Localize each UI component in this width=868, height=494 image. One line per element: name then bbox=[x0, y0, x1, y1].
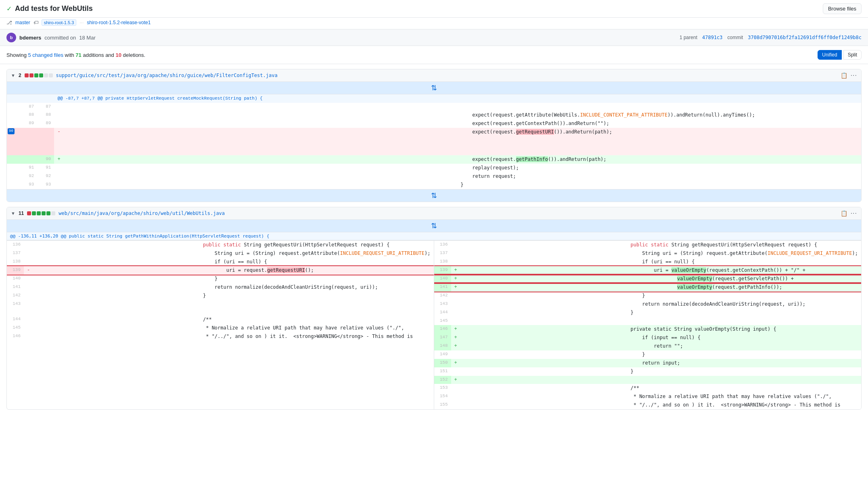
diff-block-f2-1 bbox=[27, 211, 31, 215]
table-row: 92 92 return request; bbox=[7, 172, 861, 181]
expand-row-file1[interactable]: ⇅ bbox=[7, 82, 861, 94]
table-row: 142 } bbox=[7, 292, 434, 300]
table-row: 145 * Normalize a relative URI path that… bbox=[7, 324, 434, 332]
diff-table-left: 136 public static String getRequestUri(H… bbox=[7, 241, 434, 341]
more-options-icon-file2[interactable]: ··· bbox=[851, 210, 857, 217]
table-row-highlighted-add-2: 140 + valueOrEmpty(request.getServletPat… bbox=[434, 275, 862, 283]
dot-divider: ··· bbox=[79, 20, 84, 25]
table-row: 138 if (uri == null) { bbox=[434, 258, 862, 266]
diff-block-1 bbox=[25, 73, 29, 77]
stats-text: Showing 5 changed files with 71 addition… bbox=[6, 52, 145, 58]
diff-block-2 bbox=[29, 73, 33, 77]
hunk-linenum-l bbox=[7, 94, 37, 103]
table-row: 137 String uri = (String) request.getAtt… bbox=[434, 249, 862, 258]
line-code bbox=[434, 103, 862, 111]
diff-blocks-file2 bbox=[27, 211, 55, 215]
table-row: 155 * "/../", and so on ) it it. <strong… bbox=[434, 401, 862, 409]
diff-table-file1: @@ -87,7 +87,7 @@ private HttpServletReq… bbox=[7, 94, 861, 189]
commit-hash[interactable]: 3708d7907016bf2fa12691dff6ff0def1249b8c bbox=[748, 35, 862, 40]
diff-header-right-file1: 📋 ··· bbox=[841, 72, 857, 79]
header-left: ✓ Add tests for WebUtils bbox=[6, 4, 93, 13]
tag-shiro-root[interactable]: shiro-root-1.5.3 bbox=[42, 19, 77, 26]
table-row: 89 89 expect(request.getContextPath()).a… bbox=[7, 119, 861, 128]
table-row: 145 bbox=[434, 317, 862, 325]
collapse-button-file1[interactable]: ▼ bbox=[11, 73, 15, 78]
hunk-linenum-r bbox=[37, 94, 54, 103]
expand-icon-file1: ⇅ bbox=[431, 84, 437, 92]
unified-view-button[interactable]: Unified bbox=[818, 50, 841, 60]
line-comment-badge: 90 bbox=[8, 128, 15, 135]
browse-files-button[interactable]: Browse files bbox=[823, 3, 862, 14]
diff-header-right-file2: 📋 ··· bbox=[841, 210, 857, 217]
table-row-highlighted-add-3: 141 + valueOrEmpty(request.getPathInfo()… bbox=[434, 283, 862, 292]
table-row: 137 String uri = (String) request.getAtt… bbox=[7, 249, 434, 258]
table-row: 93 93 } bbox=[7, 181, 861, 189]
diff-count-file1: 2 bbox=[19, 73, 21, 78]
changed-files-link[interactable]: 5 changed files bbox=[28, 52, 63, 58]
stats-bar: Showing 5 changed files with 71 addition… bbox=[0, 46, 868, 64]
hunk-header-file2: @@ -136,11 +136,20 @@ public static Stri… bbox=[7, 232, 861, 240]
expand-icon-file2: ⇅ bbox=[431, 222, 437, 230]
table-row: 148 + return ""; bbox=[434, 342, 862, 350]
commit-info-bar: b bdemers committed on 18 Mar 1 parent 4… bbox=[0, 29, 868, 46]
table-row: 87 87 bbox=[7, 103, 861, 111]
diff-block-f2-6 bbox=[51, 211, 55, 215]
table-row: 90 + expect(request.getPathInfo()).andRe… bbox=[7, 155, 861, 164]
expand-bottom-file1[interactable]: ⇅ bbox=[7, 189, 861, 202]
more-options-icon-file1[interactable]: ··· bbox=[851, 72, 857, 79]
expand-bottom-icon-file1: ⇅ bbox=[431, 192, 437, 200]
commit-title: Add tests for WebUtils bbox=[15, 4, 93, 13]
page-header: ✓ Add tests for WebUtils Browse files bbox=[0, 0, 868, 18]
table-row: 91 91 replay(request); bbox=[7, 164, 861, 172]
table-row: 151 } bbox=[434, 367, 862, 376]
table-row: 141 return normalize(decodeAndCleanUriSt… bbox=[7, 283, 434, 292]
check-icon: ✓ bbox=[6, 5, 12, 13]
commit-action: committed on bbox=[44, 35, 76, 41]
showing-label: Showing bbox=[6, 52, 27, 58]
branch-master[interactable]: master bbox=[15, 20, 30, 25]
table-row: 149 } bbox=[434, 350, 862, 359]
branch-release-vote[interactable]: shiro-root-1.5.2-release-vote1 bbox=[87, 20, 151, 25]
line-num-left: 87 bbox=[7, 103, 37, 111]
branch-row: ⎇ master 🏷 shiro-root-1.5.3 ··· shiro-ro… bbox=[0, 18, 868, 29]
parent-hash[interactable]: 47891c3 bbox=[702, 35, 723, 40]
diff-header-file2: ▼ 11 web/src/main/java/org/apache/shiro/… bbox=[7, 207, 861, 220]
diff-table-right: 136 public static String getRequestUri(H… bbox=[434, 241, 862, 409]
collapse-button-file2[interactable]: ▼ bbox=[11, 211, 15, 216]
table-row-highlighted-del: 139 - uri = request.getRequestURI(); bbox=[7, 266, 434, 275]
table-row: 88 88 expect(request.getAttribute(WebUti… bbox=[7, 111, 861, 119]
table-row: 142 } bbox=[434, 292, 862, 300]
table-row: 154 * Normalize a relative URI path that… bbox=[434, 392, 862, 401]
diff-filename-file1[interactable]: support/guice/src/test/java/org/apache/s… bbox=[56, 73, 278, 78]
expand-row-file2[interactable]: ⇅ bbox=[7, 220, 861, 232]
table-row: 144 /** bbox=[7, 315, 434, 324]
additions-count: 71 bbox=[75, 52, 81, 58]
hunk-header-text: @@ -87,7 +87,7 @@ private HttpServletReq… bbox=[54, 94, 861, 103]
diff-left-panel: 136 public static String getRequestUri(H… bbox=[7, 241, 434, 409]
commit-label: commit bbox=[728, 35, 743, 40]
table-row: 144 } bbox=[434, 308, 862, 317]
table-row: 150 + return input; bbox=[434, 359, 862, 367]
copy-path-icon-file1[interactable]: 📋 bbox=[841, 72, 847, 79]
diff-block-3 bbox=[34, 73, 38, 77]
committer-name[interactable]: bdemers bbox=[19, 35, 41, 41]
diff-section-file1: ▼ 2 support/guice/src/test/java/org/apac… bbox=[6, 69, 862, 202]
table-row: 146 + private static String valueOrEmpty… bbox=[434, 325, 862, 334]
deletions-count: 10 bbox=[115, 52, 121, 58]
hunk-header-file1: @@ -87,7 +87,7 @@ private HttpServletReq… bbox=[7, 94, 861, 103]
diff-section-file2: ▼ 11 web/src/main/java/org/apache/shiro/… bbox=[6, 207, 862, 410]
view-toggle: Unified Split bbox=[818, 50, 862, 60]
diff-filename-file2[interactable]: web/src/main/java/org/apache/shiro/web/u… bbox=[59, 211, 225, 216]
table-row: 138 if (uri == null) { bbox=[7, 258, 434, 266]
table-row: 147 + if (input == null) { bbox=[434, 334, 862, 342]
copy-path-icon-file2[interactable]: 📋 bbox=[841, 210, 847, 217]
git-branch-icon: ⎇ bbox=[6, 20, 12, 25]
diff-block-6 bbox=[49, 73, 53, 77]
diff-block-f2-5 bbox=[46, 211, 50, 215]
table-row: 143 return normalize(decodeAndCleanUriSt… bbox=[434, 300, 862, 308]
diff-right-panel: 136 public static String getRequestUri(H… bbox=[434, 241, 862, 409]
table-row: 153 /** bbox=[434, 384, 862, 392]
diff-block-5 bbox=[44, 73, 48, 77]
split-view-button[interactable]: Split bbox=[843, 50, 862, 60]
commit-date: 18 Mar bbox=[79, 35, 95, 41]
